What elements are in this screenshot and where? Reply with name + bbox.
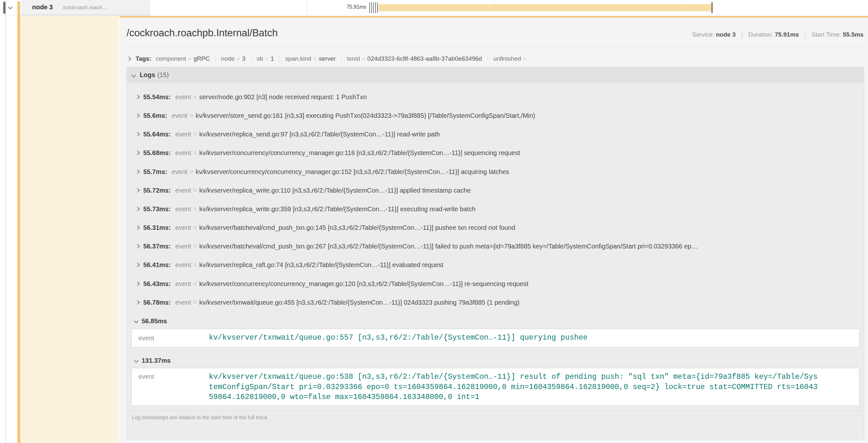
log-field-value: kv/kvserver/concurrency/concurrency_mana… bbox=[199, 280, 528, 287]
tree-guide-line bbox=[5, 0, 6, 443]
span-meta: Service: node 3 | Duration: 75.91ms | St… bbox=[692, 31, 864, 38]
log-entry-row[interactable]: 55.68ms:event=kv/kvserver/concurrency/co… bbox=[127, 143, 864, 162]
log-field-key: event bbox=[172, 112, 188, 120]
log-field-key: event bbox=[176, 187, 191, 194]
expand-log-icon[interactable] bbox=[135, 207, 140, 211]
log-field-value: kv/kvserver/concurrency/concurrency_mana… bbox=[196, 168, 509, 176]
tag-value: 1 bbox=[271, 55, 274, 62]
service-value: node 3 bbox=[716, 31, 736, 38]
span-name-cell[interactable]: node 3 /cockroach.roach… bbox=[21, 0, 150, 15]
log-marker-tick[interactable] bbox=[377, 2, 378, 13]
log-equals: = bbox=[191, 261, 199, 269]
log-field-value: kv/kvserver/txnwait/queue.go:455 [n3,s3,… bbox=[199, 299, 520, 306]
span-operation-name: /cockroach.roach… bbox=[63, 5, 107, 10]
span-row[interactable]: node 3 /cockroach.roach… 75.91ms bbox=[0, 0, 868, 15]
log-entry-row[interactable]: 56.37ms:event=kv/kvserver/batcheval/cmd_… bbox=[127, 237, 864, 255]
log-field-value-code: kv/kvserver/txnwait/queue.go:538 [n3,s3,… bbox=[209, 372, 817, 403]
expand-tags-icon[interactable] bbox=[127, 57, 131, 61]
tag-item: txnid=024d3323-6c8f-4863-aa8b-37ab0e6349… bbox=[347, 55, 482, 62]
log-marker-tick[interactable] bbox=[371, 2, 372, 13]
log-equals: = bbox=[191, 224, 199, 232]
log-entry-row[interactable]: 55.7ms:event=kv/kvserver/concurrency/con… bbox=[127, 163, 864, 181]
log-entry-row[interactable]: 56.43ms:event=kv/kvserver/concurrency/co… bbox=[127, 274, 864, 293]
log-field-value: kv/kvserver/replica_send.go:97 [n3,s3,r6… bbox=[199, 131, 440, 138]
tag-divider bbox=[341, 55, 341, 63]
log-field-key: event bbox=[172, 168, 188, 176]
log-timestamp: 56.41ms: bbox=[143, 261, 171, 269]
log-entry-row[interactable]: 55.72ms:event=kv/kvserver/replica_write.… bbox=[127, 181, 864, 200]
log-field-value: server/node.go:902 [n3] node received re… bbox=[199, 94, 367, 101]
span-title: /cockroach.roachpb.Internal/Batch bbox=[127, 27, 278, 39]
log-timestamp: 55.7ms: bbox=[143, 168, 167, 176]
span-service-name: node 3 bbox=[32, 3, 53, 11]
logs-list: 55.54ms:event=server/node.go:902 [n3] no… bbox=[127, 83, 864, 440]
span-duration-label: 75.91ms bbox=[324, 4, 366, 10]
expand-log-icon[interactable] bbox=[135, 188, 140, 193]
collapse-log-icon[interactable] bbox=[134, 319, 138, 323]
log-entry-expanded-header[interactable]: 56.85ms bbox=[127, 315, 864, 328]
span-accent-strip[interactable] bbox=[17, 1, 20, 443]
expand-log-icon[interactable] bbox=[135, 244, 140, 248]
log-timestamp: 56.85ms bbox=[142, 317, 167, 325]
tag-divider bbox=[251, 55, 251, 63]
tag-equals: = bbox=[521, 55, 528, 62]
collapse-log-icon[interactable] bbox=[134, 358, 138, 363]
tag-equals: = bbox=[311, 55, 319, 62]
tag-divider bbox=[279, 55, 280, 63]
collapse-span-icon[interactable] bbox=[8, 5, 12, 9]
expanded-row-tint[interactable] bbox=[20, 16, 119, 443]
expand-log-icon[interactable] bbox=[135, 132, 140, 136]
span-duration-bar[interactable] bbox=[378, 4, 712, 11]
tag-item: unfinished= bbox=[493, 55, 528, 62]
tag-key: component bbox=[156, 55, 186, 62]
tag-divider bbox=[487, 55, 488, 63]
log-field-key: event bbox=[132, 372, 209, 380]
log-marker-tick[interactable] bbox=[373, 2, 374, 13]
expand-log-icon[interactable] bbox=[135, 263, 140, 267]
log-entry-row[interactable]: 55.6ms:event=kv/kvserver/store_send.go:1… bbox=[127, 106, 864, 125]
tag-item: sb=1 bbox=[257, 55, 274, 62]
span-detail-panel: /cockroach.roachpb.Internal/Batch Servic… bbox=[120, 16, 868, 443]
expand-log-icon[interactable] bbox=[135, 95, 140, 99]
duration-value: 75.91ms bbox=[775, 31, 799, 38]
tag-value: 3 bbox=[242, 55, 245, 62]
scrollbar-thumb[interactable] bbox=[3, 2, 5, 14]
log-entry-row[interactable]: 55.54ms:event=server/node.go:902 [n3] no… bbox=[127, 88, 864, 106]
log-equals: = bbox=[191, 94, 199, 101]
logs-header[interactable]: Logs (15) bbox=[127, 67, 864, 83]
log-entry-row[interactable]: 55.64ms:event=kv/kvserver/replica_send.g… bbox=[127, 125, 864, 143]
expand-log-icon[interactable] bbox=[135, 150, 140, 155]
log-marker-tick[interactable] bbox=[369, 2, 370, 13]
log-entry-row[interactable]: 56.78ms:event=kv/kvserver/txnwait/queue.… bbox=[127, 293, 864, 312]
expand-log-icon[interactable] bbox=[135, 225, 140, 230]
logs-accordion: Logs (15) 55.54ms:event=server/node.go:9… bbox=[127, 67, 864, 440]
log-field-value: kv/kvserver/replica_write.go:110 [n3,s3,… bbox=[199, 187, 471, 194]
log-equals: = bbox=[191, 205, 199, 213]
tag-value: server bbox=[319, 55, 336, 62]
tags-accordion[interactable]: Tags: component=gRPCnode=3sb=1span.kind=… bbox=[127, 54, 864, 64]
log-marker-tick-end[interactable] bbox=[712, 2, 713, 13]
log-field-value: kv/kvserver/store_send.go:161 [n3,s3] ex… bbox=[196, 112, 535, 120]
service-label: Service: bbox=[692, 31, 714, 38]
log-field-key: event bbox=[176, 243, 191, 250]
log-field-value: kv/kvserver/replica_raft.go:74 [n3,s3,r6… bbox=[199, 261, 443, 269]
tags-list: component=gRPCnode=3sb=1span.kind=server… bbox=[156, 55, 528, 63]
log-equals: = bbox=[191, 243, 199, 250]
tag-item: node=3 bbox=[221, 55, 245, 62]
expand-log-icon[interactable] bbox=[135, 300, 140, 305]
log-entry-expanded-header[interactable]: 131.37ms bbox=[127, 354, 864, 367]
log-entry-row[interactable]: 56.41ms:event=kv/kvserver/replica_raft.g… bbox=[127, 255, 864, 274]
logs-count: (15) bbox=[157, 71, 169, 79]
log-entry-row[interactable]: 55.73ms:event=kv/kvserver/replica_write.… bbox=[127, 200, 864, 218]
expand-log-icon[interactable] bbox=[135, 170, 140, 174]
expand-log-icon[interactable] bbox=[135, 113, 140, 118]
logs-footer-note: Log timestamps are relative to the start… bbox=[127, 411, 864, 424]
expand-log-icon[interactable] bbox=[135, 281, 140, 286]
log-timestamp: 56.78ms: bbox=[143, 299, 171, 306]
collapse-logs-icon[interactable] bbox=[131, 73, 136, 77]
tag-equals: = bbox=[186, 55, 193, 62]
log-equals: = bbox=[191, 299, 199, 306]
log-field-key: event bbox=[176, 299, 191, 306]
log-entry-row[interactable]: 56.31ms:event=kv/kvserver/batcheval/cmd_… bbox=[127, 218, 864, 237]
log-marker-tick[interactable] bbox=[375, 2, 376, 13]
